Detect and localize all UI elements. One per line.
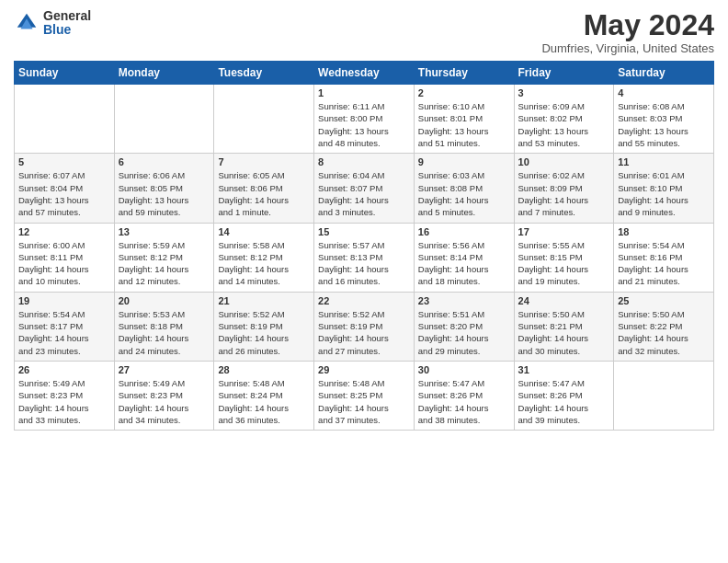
calendar-cell: 6Sunrise: 6:06 AM Sunset: 8:05 PM Daylig… <box>114 154 214 223</box>
calendar-cell: 4Sunrise: 6:08 AM Sunset: 8:03 PM Daylig… <box>614 85 714 154</box>
logo-icon <box>14 10 40 36</box>
calendar-cell <box>114 85 214 154</box>
day-info: Sunrise: 6:01 AM Sunset: 8:10 PM Dayligh… <box>618 169 710 218</box>
day-info: Sunrise: 5:58 AM Sunset: 8:12 PM Dayligh… <box>218 239 310 288</box>
day-info: Sunrise: 6:04 AM Sunset: 8:07 PM Dayligh… <box>318 169 410 218</box>
day-info: Sunrise: 5:52 AM Sunset: 8:19 PM Dayligh… <box>218 308 310 357</box>
week-row-2: 12Sunrise: 6:00 AM Sunset: 8:11 PM Dayli… <box>15 223 714 292</box>
day-info: Sunrise: 5:51 AM Sunset: 8:20 PM Dayligh… <box>418 308 510 357</box>
calendar-cell: 22Sunrise: 5:52 AM Sunset: 8:19 PM Dayli… <box>314 292 415 361</box>
day-number: 14 <box>218 226 310 237</box>
day-info: Sunrise: 5:47 AM Sunset: 8:26 PM Dayligh… <box>418 377 510 426</box>
day-info: Sunrise: 5:54 AM Sunset: 8:16 PM Dayligh… <box>618 239 710 288</box>
day-info: Sunrise: 5:52 AM Sunset: 8:19 PM Dayligh… <box>318 308 410 357</box>
calendar-cell: 15Sunrise: 5:57 AM Sunset: 8:13 PM Dayli… <box>314 223 415 292</box>
day-info: Sunrise: 5:49 AM Sunset: 8:23 PM Dayligh… <box>119 377 210 426</box>
day-info: Sunrise: 5:47 AM Sunset: 8:26 PM Dayligh… <box>518 377 610 426</box>
th-sunday: Sunday <box>15 62 115 85</box>
day-number: 21 <box>218 295 310 306</box>
day-info: Sunrise: 5:54 AM Sunset: 8:17 PM Dayligh… <box>18 308 110 357</box>
calendar-cell: 11Sunrise: 6:01 AM Sunset: 8:10 PM Dayli… <box>614 154 714 223</box>
day-number: 1 <box>318 87 410 98</box>
day-info: Sunrise: 6:02 AM Sunset: 8:09 PM Dayligh… <box>518 169 610 218</box>
logo-text: General Blue <box>43 9 91 38</box>
day-number: 16 <box>418 226 510 237</box>
day-info: Sunrise: 6:10 AM Sunset: 8:01 PM Dayligh… <box>418 100 510 149</box>
th-monday: Monday <box>114 62 214 85</box>
logo: General Blue <box>14 9 91 38</box>
day-number: 10 <box>518 156 610 167</box>
calendar-cell: 13Sunrise: 5:59 AM Sunset: 8:12 PM Dayli… <box>114 223 214 292</box>
calendar-cell <box>15 85 115 154</box>
calendar-cell: 14Sunrise: 5:58 AM Sunset: 8:12 PM Dayli… <box>214 223 314 292</box>
calendar-cell: 24Sunrise: 5:50 AM Sunset: 8:21 PM Dayli… <box>514 292 614 361</box>
calendar-cell: 21Sunrise: 5:52 AM Sunset: 8:19 PM Dayli… <box>214 292 314 361</box>
header: General Blue May 2024 Dumfries, Virginia… <box>14 9 714 55</box>
day-info: Sunrise: 5:50 AM Sunset: 8:21 PM Dayligh… <box>518 308 610 357</box>
day-number: 18 <box>618 226 710 237</box>
calendar-cell: 1Sunrise: 6:11 AM Sunset: 8:00 PM Daylig… <box>314 85 415 154</box>
th-saturday: Saturday <box>614 62 714 85</box>
day-info: Sunrise: 6:08 AM Sunset: 8:03 PM Dayligh… <box>618 100 710 149</box>
day-info: Sunrise: 5:48 AM Sunset: 8:25 PM Dayligh… <box>318 377 410 426</box>
weekday-header-row: Sunday Monday Tuesday Wednesday Thursday… <box>15 62 714 85</box>
calendar-cell: 26Sunrise: 5:49 AM Sunset: 8:23 PM Dayli… <box>15 361 115 430</box>
day-info: Sunrise: 5:48 AM Sunset: 8:24 PM Dayligh… <box>218 377 310 426</box>
calendar-cell: 19Sunrise: 5:54 AM Sunset: 8:17 PM Dayli… <box>15 292 115 361</box>
subtitle: Dumfries, Virginia, United States <box>541 41 714 55</box>
th-friday: Friday <box>514 62 614 85</box>
calendar-cell: 7Sunrise: 6:05 AM Sunset: 8:06 PM Daylig… <box>214 154 314 223</box>
day-number: 8 <box>318 156 410 167</box>
day-info: Sunrise: 6:06 AM Sunset: 8:05 PM Dayligh… <box>119 169 210 218</box>
calendar-cell: 23Sunrise: 5:51 AM Sunset: 8:20 PM Dayli… <box>414 292 514 361</box>
calendar-cell: 31Sunrise: 5:47 AM Sunset: 8:26 PM Dayli… <box>514 361 614 430</box>
calendar-cell: 2Sunrise: 6:10 AM Sunset: 8:01 PM Daylig… <box>414 85 514 154</box>
calendar-cell <box>614 361 714 430</box>
day-number: 4 <box>618 87 710 98</box>
day-number: 31 <box>518 364 610 375</box>
day-number: 7 <box>218 156 310 167</box>
day-number: 29 <box>318 364 410 375</box>
calendar-cell: 27Sunrise: 5:49 AM Sunset: 8:23 PM Dayli… <box>114 361 214 430</box>
logo-blue-text: Blue <box>43 23 91 37</box>
calendar-cell: 12Sunrise: 6:00 AM Sunset: 8:11 PM Dayli… <box>15 223 115 292</box>
week-row-0: 1Sunrise: 6:11 AM Sunset: 8:00 PM Daylig… <box>15 85 714 154</box>
day-number: 3 <box>518 87 610 98</box>
calendar-cell: 16Sunrise: 5:56 AM Sunset: 8:14 PM Dayli… <box>414 223 514 292</box>
day-info: Sunrise: 6:05 AM Sunset: 8:06 PM Dayligh… <box>218 169 310 218</box>
day-number: 19 <box>18 295 110 306</box>
day-number: 17 <box>518 226 610 237</box>
title-block: May 2024 Dumfries, Virginia, United Stat… <box>541 9 714 55</box>
week-row-3: 19Sunrise: 5:54 AM Sunset: 8:17 PM Dayli… <box>15 292 714 361</box>
day-number: 23 <box>418 295 510 306</box>
day-info: Sunrise: 5:55 AM Sunset: 8:15 PM Dayligh… <box>518 239 610 288</box>
calendar-cell: 28Sunrise: 5:48 AM Sunset: 8:24 PM Dayli… <box>214 361 314 430</box>
day-number: 26 <box>18 364 110 375</box>
day-number: 20 <box>119 295 210 306</box>
day-info: Sunrise: 5:49 AM Sunset: 8:23 PM Dayligh… <box>18 377 110 426</box>
day-number: 13 <box>119 226 210 237</box>
page: General Blue May 2024 Dumfries, Virginia… <box>0 0 728 563</box>
logo-general-text: General <box>43 9 91 23</box>
day-number: 11 <box>618 156 710 167</box>
day-number: 6 <box>119 156 210 167</box>
day-number: 5 <box>18 156 110 167</box>
day-info: Sunrise: 5:53 AM Sunset: 8:18 PM Dayligh… <box>119 308 210 357</box>
calendar-cell: 5Sunrise: 6:07 AM Sunset: 8:04 PM Daylig… <box>15 154 115 223</box>
calendar-cell: 18Sunrise: 5:54 AM Sunset: 8:16 PM Dayli… <box>614 223 714 292</box>
day-number: 15 <box>318 226 410 237</box>
day-number: 2 <box>418 87 510 98</box>
day-info: Sunrise: 6:11 AM Sunset: 8:00 PM Dayligh… <box>318 100 410 149</box>
calendar-cell: 3Sunrise: 6:09 AM Sunset: 8:02 PM Daylig… <box>514 85 614 154</box>
day-number: 30 <box>418 364 510 375</box>
calendar-cell <box>214 85 314 154</box>
calendar: Sunday Monday Tuesday Wednesday Thursday… <box>14 61 714 431</box>
th-thursday: Thursday <box>414 62 514 85</box>
day-number: 27 <box>119 364 210 375</box>
day-info: Sunrise: 6:07 AM Sunset: 8:04 PM Dayligh… <box>18 169 110 218</box>
calendar-cell: 9Sunrise: 6:03 AM Sunset: 8:08 PM Daylig… <box>414 154 514 223</box>
week-row-4: 26Sunrise: 5:49 AM Sunset: 8:23 PM Dayli… <box>15 361 714 430</box>
day-info: Sunrise: 6:00 AM Sunset: 8:11 PM Dayligh… <box>18 239 110 288</box>
day-number: 28 <box>218 364 310 375</box>
th-tuesday: Tuesday <box>214 62 314 85</box>
